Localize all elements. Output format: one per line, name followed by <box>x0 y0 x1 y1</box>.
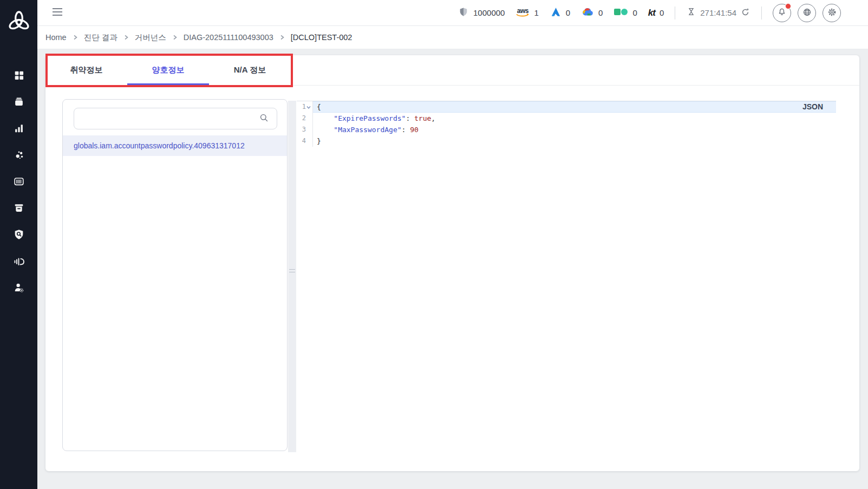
stat-total-value: 1000000 <box>473 8 505 17</box>
shield-search-icon <box>13 229 25 243</box>
app-window: 1000000 aws 1 0 <box>0 0 868 489</box>
timer-value: 271:41:54 <box>700 8 736 17</box>
stat-aws-value: 1 <box>534 8 538 17</box>
stat-ncloud-value: 0 <box>632 8 637 17</box>
sidebar-item-cluster[interactable] <box>12 149 26 163</box>
breadcrumb-governance[interactable]: 거버넌스 <box>135 32 166 43</box>
stat-azure-value: 0 <box>566 8 570 17</box>
sidebar-item-user-settings[interactable] <box>12 282 26 296</box>
bar-chart-icon <box>13 122 25 136</box>
content-card: 취약정보 양호정보 N/A 정보 globals <box>45 55 859 471</box>
tab-na-info[interactable]: N/A 정보 <box>209 55 291 85</box>
sidebar-item-archive[interactable] <box>12 202 26 216</box>
stat-kt-value: 0 <box>660 8 664 17</box>
line-number: 3 <box>302 124 306 135</box>
tab-good-info[interactable]: 양호정보 <box>127 55 209 85</box>
code-line: "MaxPasswordAge": 90 <box>313 124 836 135</box>
chevron-right-icon <box>73 32 78 42</box>
inbox-icon <box>13 96 25 110</box>
top-header: 1000000 aws 1 0 <box>37 0 868 26</box>
settings-button[interactable] <box>823 4 841 22</box>
stat-azure[interactable]: 0 <box>550 7 570 19</box>
gcp-icon <box>581 6 594 19</box>
editor-language-badge: JSON <box>802 101 823 113</box>
sidebar-item-dashboard[interactable] <box>12 69 26 83</box>
tab-vulnerable-info[interactable]: 취약정보 <box>45 55 127 85</box>
editor-line: 4 } <box>297 135 836 147</box>
search-input[interactable] <box>81 114 259 123</box>
editor-gutter: 1 <box>297 101 313 113</box>
azure-icon <box>550 7 562 19</box>
sidebar-item-cloud-audio[interactable] <box>12 255 26 269</box>
audio-cloud-icon <box>12 255 25 270</box>
sidebar-item-analytics[interactable] <box>12 122 26 136</box>
breadcrumb-diagnosis-results[interactable]: 진단 결과 <box>84 32 118 43</box>
archive-icon <box>13 202 25 216</box>
notification-badge-dot <box>785 3 791 9</box>
stat-aws[interactable]: aws 1 <box>515 8 538 18</box>
line-number: 4 <box>302 135 306 147</box>
json-editor[interactable]: 1 { JSON 2 "ExpirePasswords": true, <box>297 101 836 452</box>
sidebar-item-security-scan[interactable] <box>12 229 26 243</box>
kt-icon: kt <box>648 8 655 18</box>
stat-gcp-value: 0 <box>598 8 603 17</box>
sidebar-item-barcode[interactable] <box>12 175 26 190</box>
editor-line: 1 { JSON <box>297 101 836 113</box>
cluster-icon <box>13 149 25 163</box>
header-icon-buttons <box>773 4 841 22</box>
hamburger-menu-button[interactable] <box>51 7 63 18</box>
stat-ncloud[interactable]: 0 <box>614 8 637 18</box>
json-value: true <box>414 114 431 122</box>
notifications-button[interactable] <box>773 4 791 22</box>
resource-list-panel: globals.iam.accountpasswordpolicy.409631… <box>62 99 288 451</box>
tab-bar: 취약정보 양호정보 N/A 정보 <box>45 55 859 86</box>
logo-triquetra-icon <box>6 10 31 37</box>
user-gear-icon <box>13 282 25 296</box>
stat-total-resources[interactable]: 1000000 <box>458 6 505 19</box>
breadcrumb-diag-id[interactable]: DIAG-2025111100493003 <box>184 33 273 42</box>
list-item-selected[interactable]: globals.iam.accountpasswordpolicy.409631… <box>63 135 287 156</box>
stat-kt[interactable]: kt 0 <box>648 8 664 18</box>
breadcrumb: Home 진단 결과 거버넌스 DIAG-2025111100493003 [D… <box>37 26 868 49</box>
line-number: 1 <box>302 101 306 113</box>
code-line: } <box>313 135 836 147</box>
dashboard-icon <box>13 69 25 83</box>
sidebar <box>0 0 37 489</box>
stat-gcp[interactable]: 0 <box>581 6 603 19</box>
refresh-timer-button[interactable] <box>740 7 750 19</box>
editor-line: 3 "MaxPasswordAge": 90 <box>297 124 836 135</box>
tab-label: N/A 정보 <box>234 65 266 75</box>
gear-icon <box>827 7 837 19</box>
language-globe-button[interactable] <box>798 4 816 22</box>
code-line: { JSON <box>313 101 836 113</box>
divider <box>675 6 675 19</box>
session-timer: 271:41:54 <box>686 6 750 19</box>
ncloud-icon <box>614 8 628 18</box>
editor-gutter: 4 <box>297 135 313 147</box>
code-line: "ExpirePasswords": true, <box>313 113 836 124</box>
sidebar-nav <box>0 69 37 296</box>
panel-resizer-handle[interactable] <box>288 101 296 452</box>
app-logo[interactable] <box>0 10 37 37</box>
barcode-icon <box>13 175 25 190</box>
sidebar-item-resources[interactable] <box>12 96 26 110</box>
search-box <box>74 108 277 129</box>
bell-icon <box>777 7 787 18</box>
chevron-right-icon <box>123 32 129 42</box>
chevron-right-icon <box>279 32 285 42</box>
hamburger-icon <box>51 7 63 18</box>
fold-chevron-icon[interactable] <box>306 105 311 109</box>
breadcrumb-current-item: [DCLO]TEST-002 <box>291 33 353 42</box>
editor-line: 2 "ExpirePasswords": true, <box>297 113 836 124</box>
editor-gutter: 3 <box>297 124 313 135</box>
breadcrumb-home[interactable]: Home <box>45 33 67 42</box>
chevron-right-icon <box>172 32 178 42</box>
resizer-grip-icon <box>289 269 295 272</box>
tab-label: 양호정보 <box>152 65 185 75</box>
globe-icon <box>802 7 812 19</box>
tab-active-underline <box>127 83 209 85</box>
tab-label: 취약정보 <box>70 65 103 75</box>
json-value: 90 <box>410 126 419 134</box>
resource-list: globals.iam.accountpasswordpolicy.409631… <box>63 135 287 156</box>
divider <box>761 6 762 19</box>
